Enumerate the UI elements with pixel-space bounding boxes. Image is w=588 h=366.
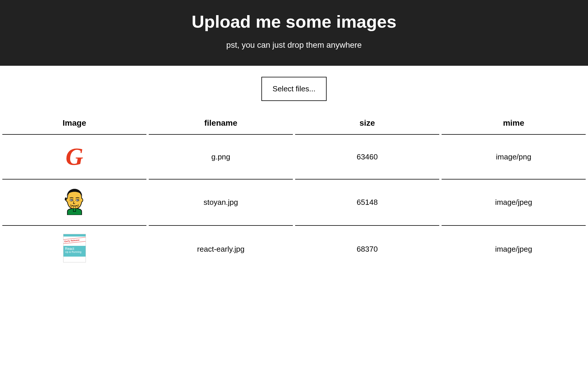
- files-table: Image filename size mime G g.png 63460 i…: [0, 112, 588, 273]
- book-subtitle: Up & Running: [65, 251, 84, 254]
- cell-filename: stoyan.jpg: [149, 180, 293, 226]
- upload-controls: Select files...: [0, 66, 588, 112]
- table-header-row: Image filename size mime: [2, 112, 586, 135]
- cell-size: 65148: [295, 180, 439, 226]
- thumbnail-avatar-icon: [62, 188, 87, 216]
- cell-mime: image/jpeg: [442, 226, 586, 273]
- cell-size: 68370: [295, 226, 439, 273]
- cell-size: 63460: [295, 135, 439, 180]
- cell-mime: image/png: [442, 135, 586, 180]
- column-header-image: Image: [2, 112, 146, 135]
- table-row: stoyan.jpg 65148 image/jpeg: [2, 180, 586, 226]
- cell-mime: image/jpeg: [442, 180, 586, 226]
- book-stamp: Early Release: [63, 237, 86, 244]
- select-files-button[interactable]: Select files...: [261, 77, 326, 101]
- cell-image: Early Release React Up & Running: [2, 226, 146, 273]
- cell-image: G: [2, 135, 146, 180]
- column-header-size: size: [295, 112, 439, 135]
- column-header-mime: mime: [442, 112, 586, 135]
- thumbnail-letter-g-icon: G: [62, 143, 87, 171]
- page-subtitle: pst, you can just drop them anywhere: [0, 40, 588, 50]
- table-row: Early Release React Up & Running react-e…: [2, 226, 586, 273]
- cell-filename: g.png: [149, 135, 293, 180]
- cell-image: [2, 180, 146, 226]
- thumbnail-book-icon: Early Release React Up & Running: [63, 234, 86, 262]
- table-row: G g.png 63460 image/png: [2, 135, 586, 180]
- column-header-filename: filename: [149, 112, 293, 135]
- page-title: Upload me some images: [0, 12, 588, 32]
- cell-filename: react-early.jpg: [149, 226, 293, 273]
- svg-point-3: [77, 200, 78, 200]
- page-header: Upload me some images pst, you can just …: [0, 0, 588, 66]
- svg-point-1: [71, 200, 72, 200]
